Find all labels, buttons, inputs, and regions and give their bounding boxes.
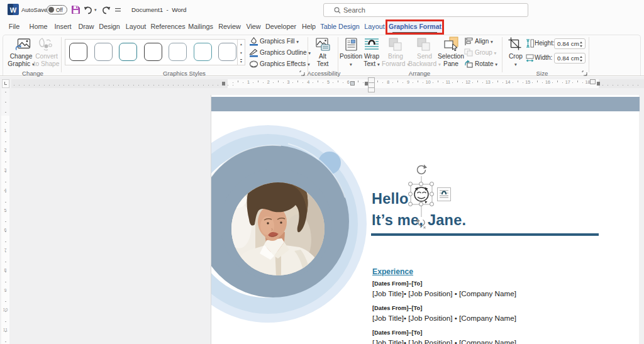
svg-text:W: W (10, 6, 17, 14)
